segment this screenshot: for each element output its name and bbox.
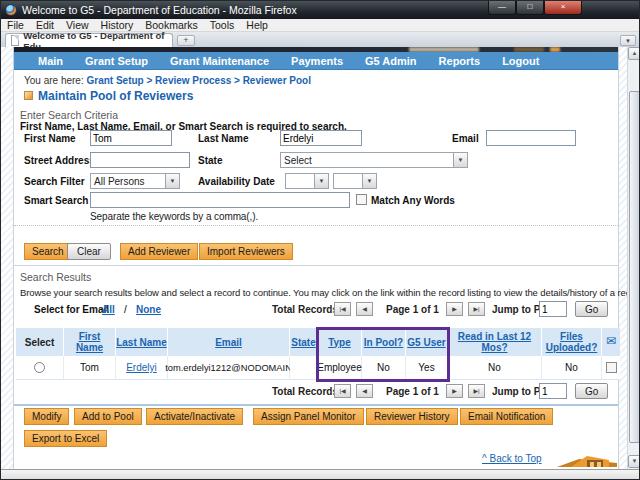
go-button[interactable]: Go (575, 383, 608, 399)
page-favicon-icon (11, 35, 19, 46)
availability-month-select[interactable]: ▼ (285, 173, 329, 189)
clear-button[interactable]: Clear (67, 243, 111, 260)
vertical-scrollbar[interactable]: ▲ ▼ (627, 47, 640, 469)
main-nav: Main Grant Setup Grant Maintenance Payme… (14, 52, 618, 70)
state-select[interactable]: Select ▼ (280, 152, 468, 168)
email-field[interactable] (486, 130, 576, 146)
scroll-down-icon[interactable]: ▼ (628, 455, 640, 468)
search-filter-select[interactable]: All Persons ▼ (90, 173, 180, 189)
first-page-button[interactable]: |◀ (334, 302, 351, 316)
next-page-button[interactable]: ▶ (446, 302, 463, 316)
col-type-sort[interactable]: Type (328, 337, 351, 348)
export-to-excel-button[interactable]: Export to Excel (24, 430, 107, 447)
nav-item-reports[interactable]: Reports (439, 55, 481, 67)
first-page-button[interactable]: |◀ (334, 384, 351, 398)
match-any-words-label: Match Any Words (371, 195, 455, 206)
prev-page-button[interactable]: ◀ (356, 302, 373, 316)
go-button[interactable]: Go (575, 301, 608, 317)
last-page-button[interactable]: ▶| (468, 384, 485, 398)
modify-button[interactable]: Modify (24, 408, 69, 425)
col-first-name-sort[interactable]: First Name (64, 331, 115, 353)
select-record-radio[interactable] (34, 362, 45, 373)
match-any-words-checkbox[interactable] (356, 194, 367, 205)
cell-first-name: Tom (64, 356, 116, 380)
add-reviewer-button[interactable]: Add Reviewer (120, 243, 198, 260)
street-address-field[interactable] (90, 152, 190, 168)
table-row: Tom Erdelyi tom.erdelyi1212@NODOMAIN Emp… (16, 356, 620, 380)
chevron-down-icon: ▼ (362, 174, 376, 188)
availability-date-label: Availability Date (198, 176, 275, 187)
browser-window: Welcome to G5 - Department of Education … (0, 0, 640, 480)
scroll-up-icon[interactable]: ▲ (628, 47, 640, 60)
search-button[interactable]: Search (24, 243, 72, 260)
nav-item-payments[interactable]: Payments (291, 55, 343, 67)
breadcrumb-prefix: You are here: (24, 75, 84, 86)
envelope-icon: ✉ (606, 335, 616, 348)
nav-item-g5-admin[interactable]: G5 Admin (365, 55, 417, 67)
email-label: Email (452, 133, 479, 144)
breadcrumb-path[interactable]: Grant Setup > Review Process > Reviewer … (86, 75, 311, 86)
last-name-label: Last Name (198, 133, 249, 144)
scrollbar-thumb[interactable] (629, 91, 640, 443)
jump-to-page-input[interactable] (539, 301, 567, 317)
import-reviewers-button[interactable]: Import Reviewers (199, 243, 293, 260)
pager-top: Total Records: 1 |◀ ◀ Page 1 of 1 ▶ ▶| J… (14, 301, 618, 318)
add-to-pool-button[interactable]: Add to Pool (74, 408, 142, 425)
title-bar: Welcome to G5 - Department of Education … (1, 1, 639, 19)
chevron-down-icon: ▼ (165, 174, 179, 188)
nav-item-grant-setup[interactable]: Grant Setup (85, 55, 148, 67)
col-read-12-sort[interactable]: Read in Last 12 Mos? (448, 331, 541, 353)
cell-files: No (542, 356, 602, 380)
first-name-field[interactable] (90, 130, 172, 146)
browser-tab[interactable]: Welcome to G5 - Department of Edu... (5, 33, 173, 47)
nav-item-main[interactable]: Main (38, 55, 63, 67)
new-tab-button[interactable]: + (177, 35, 195, 46)
nav-item-logout[interactable]: Logout (502, 55, 539, 67)
jump-to-page-input[interactable] (539, 383, 567, 399)
email-notification-button[interactable]: Email Notification (460, 408, 553, 425)
search-filter-value: All Persons (94, 176, 145, 187)
minimize-button[interactable]: — (488, 1, 516, 15)
divider (14, 225, 618, 226)
last-page-button[interactable]: ▶| (468, 302, 485, 316)
menu-item-tools[interactable]: Tools (204, 19, 241, 31)
availability-year-select[interactable]: ▼ (333, 173, 377, 189)
tab-list-dropdown-icon[interactable]: ▼ (620, 35, 636, 46)
cell-type: Employee (318, 356, 362, 380)
pager-bottom: Total Records: 1 |◀ ◀ Page 1 of 1 ▶ ▶| J… (14, 383, 618, 400)
firefox-icon (5, 4, 17, 16)
maximize-button[interactable]: □ (516, 1, 544, 15)
activate-inactivate-button[interactable]: Activate/Inactivate (146, 408, 243, 425)
col-in-pool-sort[interactable]: In Pool? (364, 337, 403, 348)
last-name-field[interactable] (280, 130, 362, 146)
smart-search-hint: Separate the keywords by a comma(,). (90, 211, 258, 222)
assign-panel-monitor-button[interactable]: Assign Panel Monitor (253, 408, 364, 425)
results-instructions: Browse your search results below and sel… (20, 287, 640, 298)
menu-item-help[interactable]: Help (240, 19, 274, 31)
col-last-name-sort[interactable]: Last Name (116, 337, 167, 348)
col-g5-user-sort[interactable]: G5 User (407, 337, 445, 348)
reviewer-history-button[interactable]: Reviewer History (366, 408, 458, 425)
smart-search-field[interactable] (90, 192, 350, 208)
state-select-value: Select (284, 155, 312, 166)
cell-g5-user: Yes (406, 356, 448, 380)
back-to-top-link[interactable]: ^ Back to Top (482, 453, 542, 464)
street-address-label: Street Address (24, 155, 95, 166)
email-select-checkbox[interactable] (606, 362, 617, 373)
chevron-down-icon: ▼ (314, 174, 328, 188)
prev-page-button[interactable]: ◀ (356, 384, 373, 398)
next-page-button[interactable]: ▶ (446, 384, 463, 398)
close-button[interactable]: × (544, 1, 582, 15)
col-state-sort[interactable]: State (291, 337, 315, 348)
cell-in-pool: No (362, 356, 406, 380)
col-files-sort[interactable]: Files Uploaded? (542, 331, 601, 353)
divider (14, 404, 618, 406)
cell-state (290, 356, 318, 380)
status-bar (1, 469, 639, 480)
col-email-sort[interactable]: Email (215, 337, 242, 348)
page-content: Main Grant Setup Grant Maintenance Payme… (13, 47, 619, 469)
nav-item-grant-maintenance[interactable]: Grant Maintenance (170, 55, 269, 67)
col-select: Select (25, 337, 54, 348)
last-name-link[interactable]: Erdelyi (126, 362, 157, 373)
first-name-label: First Name (24, 133, 76, 144)
